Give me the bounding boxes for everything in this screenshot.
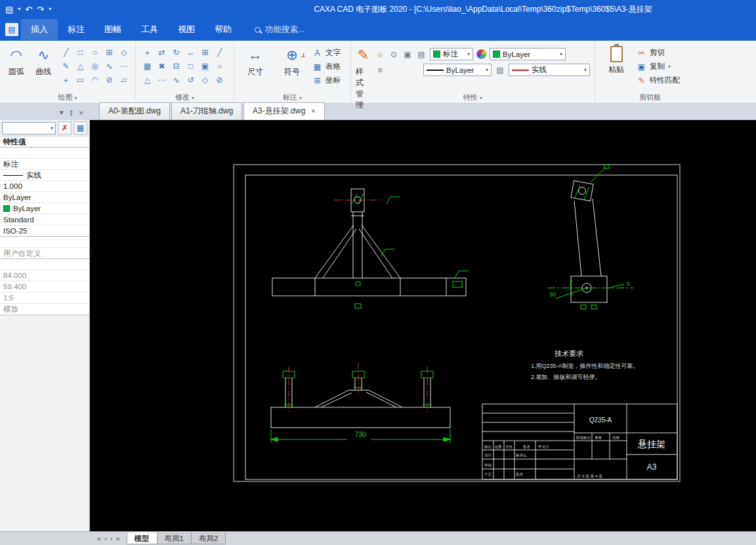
paste-button[interactable]: 粘贴 <box>600 43 633 75</box>
linewidth-icon[interactable]: ≡ <box>375 66 385 75</box>
tool-icon[interactable]: ⊞ <box>102 46 116 59</box>
tool-icon[interactable]: △ <box>140 73 154 87</box>
tool-icon[interactable]: ⊘ <box>213 73 226 87</box>
symbol-button[interactable]: ⊕.1 符号 <box>276 43 308 77</box>
doc-tab-a0[interactable]: A0-装配图.dwg <box>99 102 170 120</box>
tool-icon[interactable]: ∿ <box>169 73 183 87</box>
tool-icon[interactable]: ⊞ <box>198 46 212 59</box>
tool-icon[interactable]: ✖ <box>155 60 169 73</box>
tool-icon[interactable]: ◇ <box>198 73 212 87</box>
tool-icon[interactable]: ⊟ <box>169 60 183 73</box>
layer-freeze-icon[interactable]: ⊙ <box>388 50 399 59</box>
group-label-modify[interactable]: 修改▾ <box>136 92 234 102</box>
layer-print-icon[interactable]: ▤ <box>416 50 427 59</box>
text-button[interactable]: A 文字 <box>312 47 341 59</box>
doc-tab-a3-active[interactable]: A3-悬挂架.dwg× <box>243 102 324 120</box>
panel-edit-button[interactable]: ✗ <box>58 121 72 134</box>
tool-icon[interactable]: ▦ <box>140 60 154 73</box>
property-row-textstyle[interactable]: Standard <box>0 214 89 226</box>
tool-icon[interactable]: ‹ <box>104 535 107 542</box>
property-row-y[interactable]: 59.400 <box>0 281 89 293</box>
curve-button[interactable]: ∿ 曲线 <box>32 43 56 77</box>
function-search[interactable]: 功能搜索... <box>255 24 304 35</box>
arc-button[interactable]: ◠ 圆弧 <box>5 43 28 77</box>
copy-button[interactable]: ▣ 复制 ▾ <box>637 60 680 73</box>
tool-icon[interactable]: □ <box>74 46 87 59</box>
doc-tab-a1[interactable]: A1-刀辊轴.dwg <box>171 102 242 120</box>
panel-close-icon[interactable]: × <box>79 109 83 117</box>
linetype-icon[interactable]: ▤ <box>495 66 505 75</box>
panel-dropdown-icon[interactable]: ▾ <box>60 108 64 117</box>
tool-icon[interactable]: « <box>97 535 101 542</box>
cut-button[interactable]: ✂ 剪切 <box>637 47 680 59</box>
tool-icon[interactable]: ◠ <box>88 73 102 87</box>
layer-combo[interactable]: 标注 ▾ <box>430 48 473 60</box>
property-row-scale[interactable]: 1:5 <box>0 293 89 304</box>
layer-lock-icon[interactable]: ▣ <box>402 50 413 59</box>
color-wheel-icon[interactable] <box>476 49 486 59</box>
tool-icon[interactable]: ↻ <box>169 46 183 59</box>
linewidth-combo[interactable]: ByLayer ▾ <box>423 64 492 76</box>
tool-icon[interactable]: ∿ <box>102 60 116 73</box>
tool-icon[interactable]: △ <box>74 60 87 73</box>
menu-item-dimension[interactable]: 标注 <box>58 19 94 40</box>
property-row-layer[interactable]: 标注 <box>0 159 89 170</box>
tool-icon[interactable]: ⋯ <box>117 60 131 73</box>
group-label-properties[interactable]: 特性▾ <box>351 92 595 102</box>
menu-item-sheet[interactable]: 图幅 <box>94 19 131 40</box>
property-row-x[interactable]: 84.000 <box>0 270 89 281</box>
property-row-custom[interactable]: 用户自定义 <box>0 248 89 259</box>
tool-icon[interactable]: ↺ <box>184 73 198 87</box>
tab-model[interactable]: 模型 <box>127 533 158 544</box>
tool-icon[interactable]: ╱ <box>213 46 226 59</box>
table-button[interactable]: ▦ 表格 <box>312 60 341 73</box>
tool-icon[interactable]: ○ <box>88 46 102 59</box>
tool-icon[interactable]: ＋ <box>140 46 154 59</box>
panel-grid-button[interactable]: ▦ <box>74 121 87 134</box>
tool-icon[interactable]: ＋ <box>59 73 73 87</box>
property-row-dimstyle[interactable]: ISO-25 <box>0 226 89 237</box>
property-row-linewidth[interactable]: 1.000 <box>0 181 89 192</box>
match-properties-button[interactable]: ✎ 特性匹配 <box>637 74 680 87</box>
tool-icon[interactable]: › <box>110 535 113 542</box>
tab-layout2[interactable]: 布局2 <box>191 533 226 544</box>
group-label-draw[interactable]: 绘图▾ <box>0 92 135 102</box>
property-row-color-bylayer[interactable]: ByLayer <box>0 203 89 214</box>
app-logo-icon[interactable]: ▤ <box>5 23 18 36</box>
tool-icon[interactable]: ⊘ <box>102 73 116 87</box>
color-combo[interactable]: ByLayer ▾ <box>490 48 566 60</box>
tool-icon[interactable]: ▱ <box>117 73 131 87</box>
linetype-combo[interactable]: 实线 ▾ <box>509 64 590 76</box>
tool-icon[interactable]: ⇄ <box>155 46 169 59</box>
sheet-nav-buttons[interactable]: «‹›» <box>97 535 120 542</box>
tool-icon[interactable]: ○ <box>213 60 226 73</box>
dimension-button[interactable]: ↔ 尺寸 <box>239 43 272 77</box>
undo-icon[interactable]: ↶ <box>25 5 32 14</box>
menu-item-tools[interactable]: 工具 <box>131 19 168 40</box>
panel-pin-icon[interactable]: ‡ <box>69 109 73 117</box>
dropdown-icon[interactable]: ▾ <box>18 7 20 12</box>
drawing-canvas[interactable]: 30 5 <box>90 120 756 531</box>
tab-layout1[interactable]: 布局1 <box>157 533 192 544</box>
group-label-clipboard[interactable]: 剪切板 <box>595 92 705 102</box>
property-row-width-bylayer[interactable]: ByLayer <box>0 192 89 203</box>
property-filter-combo[interactable]: ▾ <box>2 122 56 134</box>
dropdown-icon[interactable]: ▾ <box>49 7 51 12</box>
group-label-annotate[interactable]: 标注▾ <box>234 92 350 102</box>
tool-icon[interactable]: » <box>116 535 119 542</box>
coordinate-button[interactable]: ⊞ 坐标 <box>312 74 341 87</box>
tool-icon[interactable]: ↔ <box>184 46 198 59</box>
menu-item-help[interactable]: 帮助 <box>205 19 242 40</box>
tool-icon[interactable]: ⋯ <box>155 73 169 87</box>
tab-close-icon[interactable]: × <box>311 107 315 115</box>
tool-icon[interactable]: □ <box>184 60 198 73</box>
tool-icon[interactable]: ◇ <box>117 46 131 59</box>
tool-icon[interactable]: ✎ <box>59 60 73 73</box>
tool-icon[interactable]: ▭ <box>74 73 87 87</box>
tool-icon[interactable]: ╱ <box>59 46 73 59</box>
printer-icon[interactable]: ▤ <box>5 5 13 14</box>
menu-item-view[interactable]: 视图 <box>168 19 205 40</box>
property-row-linetype[interactable]: 实线 <box>0 170 89 181</box>
tool-icon[interactable]: ◎ <box>88 60 102 73</box>
tool-icon[interactable]: ▣ <box>198 60 212 73</box>
